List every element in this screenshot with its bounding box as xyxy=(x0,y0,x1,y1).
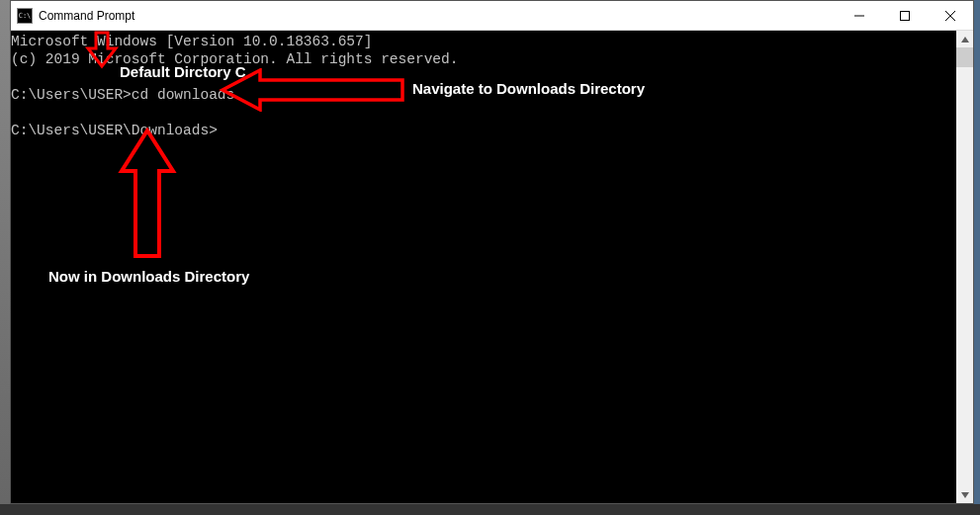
command-prompt-window: C:\ Command Prompt Microsoft Windows [Ve… xyxy=(10,0,974,504)
terminal-prompt-1-path: C:\Users\USER> xyxy=(11,87,132,103)
titlebar[interactable]: C:\ Command Prompt xyxy=(11,1,973,31)
app-icon: C:\ xyxy=(17,8,33,24)
window-controls-group xyxy=(837,1,973,30)
minimize-icon xyxy=(854,11,864,21)
terminal-line-copyright: (c) 2019 Microsoft Corporation. All righ… xyxy=(11,51,458,67)
vertical-scrollbar[interactable] xyxy=(956,31,973,503)
svg-rect-1 xyxy=(901,11,910,20)
maximize-icon xyxy=(900,11,910,21)
terminal-prompt-2-path: C:\Users\USER\Downloads> xyxy=(11,123,218,138)
chevron-up-icon xyxy=(961,37,969,43)
minimize-button[interactable] xyxy=(837,1,882,30)
maximize-button[interactable] xyxy=(882,1,928,30)
terminal-area: Microsoft Windows [Version 10.0.18363.65… xyxy=(11,31,973,503)
scroll-down-button[interactable] xyxy=(956,486,973,503)
close-button[interactable] xyxy=(928,1,973,30)
scroll-thumb[interactable] xyxy=(956,47,973,67)
terminal-prompt-1-command: cd downloads xyxy=(132,87,234,103)
left-desktop-strip xyxy=(0,0,10,515)
window-title: Command Prompt xyxy=(39,9,134,23)
terminal-content[interactable]: Microsoft Windows [Version 10.0.18363.65… xyxy=(11,31,956,503)
titlebar-left: C:\ Command Prompt xyxy=(11,8,134,24)
taskbar-edge xyxy=(0,504,980,515)
svg-marker-4 xyxy=(961,37,969,43)
close-icon xyxy=(945,11,955,21)
chevron-down-icon xyxy=(961,492,969,498)
svg-marker-5 xyxy=(961,492,969,498)
terminal-line-version: Microsoft Windows [Version 10.0.18363.65… xyxy=(11,34,372,49)
scroll-up-button[interactable] xyxy=(956,31,973,47)
